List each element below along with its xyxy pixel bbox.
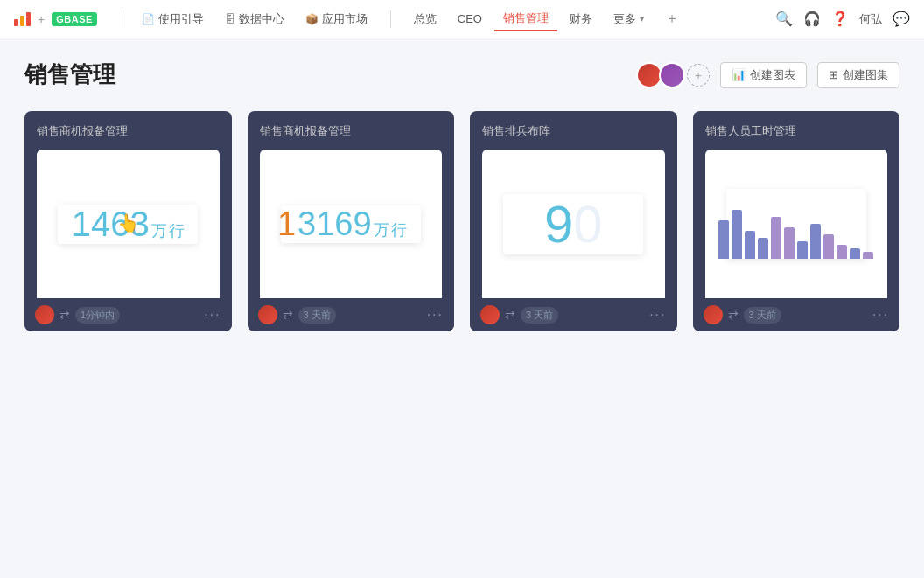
bar [745, 231, 755, 259]
nav-item-label: 总览 [414, 11, 437, 27]
page-header-right: + 📊 创建图表 ⊞ 创建图集 [636, 62, 900, 88]
card-preview: 1 3169 万 行 [260, 150, 443, 298]
card-title: 销售商机报备管理 [37, 123, 220, 139]
share-icon[interactable]: ⇄ [283, 308, 293, 322]
card-avatar [258, 305, 277, 324]
logo[interactable]: + GBASE [14, 12, 97, 26]
footer-left: ⇄ 3 天前 [704, 305, 781, 324]
footer-left: ⇄ 1分钟内 [35, 305, 120, 324]
footer-left: ⇄ 3 天前 [480, 305, 558, 324]
more-options-button[interactable]: ··· [649, 307, 666, 323]
footer-left: ⇄ 3 天前 [258, 305, 336, 324]
bar [823, 234, 834, 259]
card-preview-main: 1463 万 行 👆 [58, 205, 198, 244]
bar [732, 210, 742, 259]
partial-number: 0 [573, 194, 602, 254]
db-icon: 🗄 [225, 13, 235, 25]
nav-item-add[interactable]: ＋ [656, 6, 688, 31]
create-chart-button[interactable]: 📊 创建图表 [720, 62, 807, 88]
card-sales-vendor-mgmt-2[interactable]: 销售商机报备管理 1 3169 万 行 ⇄ [248, 111, 455, 331]
big-number: 9 [544, 194, 573, 254]
avatar-group: + [636, 62, 710, 88]
card-avatar [704, 305, 723, 324]
footer-time: 3 天前 [298, 307, 336, 324]
card-footer: ⇄ 3 天前 ··· [248, 298, 455, 331]
more-options-button[interactable]: ··· [872, 307, 889, 323]
logo-plus: + [38, 12, 45, 26]
share-icon[interactable]: ⇄ [505, 308, 515, 322]
card-sales-hours-mgmt[interactable]: 销售人员工时管理 ⇄ 3 天前 ··· [693, 111, 900, 331]
number-suffix: 行 [391, 219, 407, 240]
navbar: + GBASE 📄 使用引导 🗄 数据中心 📦 应用市场 总览 CEO 销售管理… [0, 0, 924, 38]
more-options-button[interactable]: ··· [427, 307, 444, 323]
bar [836, 245, 847, 259]
card-avatar [480, 305, 500, 324]
page-content: 销售管理 + 📊 创建图表 ⊞ 创建图集 销售商机报备管理 [0, 38, 924, 352]
doc-icon: 📄 [142, 13, 155, 25]
footer-time: 1分钟内 [75, 307, 120, 324]
message-icon[interactable]: 💬 [892, 10, 910, 27]
search-icon[interactable]: 🔍 [775, 10, 793, 27]
card-preview: 1463 万 行 👆 [37, 150, 220, 298]
bar [863, 252, 873, 259]
nav-item-overview[interactable]: 总览 [405, 8, 445, 31]
bar-chart-icon: 📊 [732, 68, 746, 81]
help-icon[interactable]: ❓ [831, 10, 849, 27]
footer-time: 3 天前 [744, 307, 781, 324]
card-footer: ⇄ 3 天前 ··· [470, 298, 677, 331]
nav-item-label: 财务 [570, 11, 592, 27]
card-preview-main: 1 3169 万 行 [281, 205, 421, 243]
number-display: 1 3169 万 行 [277, 205, 407, 243]
card-sales-vendor-mgmt-1[interactable]: 销售商机报备管理 1463 万 行 👆 ⇄ [24, 111, 232, 331]
card-sales-arrangement[interactable]: 销售排兵布阵 9 0 ⇄ 3 天前 ··· [470, 111, 677, 331]
number-suffix: 行 [169, 220, 185, 241]
nav-item-label: 数据中心 [239, 11, 284, 27]
card-preview-main [726, 189, 866, 259]
card-title: 销售人员工时管理 [705, 123, 888, 139]
card-footer: ⇄ 3 天前 ··· [693, 298, 900, 331]
card-inner: 销售排兵布阵 9 0 [470, 111, 677, 298]
nav-item-sales-mgmt[interactable]: 销售管理 [494, 7, 557, 31]
footer-time: 3 天前 [521, 307, 558, 324]
card-footer: ⇄ 1分钟内 ··· [24, 298, 232, 331]
card-avatar [35, 305, 54, 324]
nav-item-app-market[interactable]: 📦 应用市场 [297, 8, 376, 31]
share-icon[interactable]: ⇄ [728, 308, 738, 322]
number-display: 9 0 [544, 194, 603, 254]
create-collection-button[interactable]: ⊞ 创建图集 [817, 62, 900, 88]
card-inner: 销售人员工时管理 [693, 111, 900, 298]
card-inner: 销售商机报备管理 1463 万 行 👆 [24, 111, 232, 298]
nav-item-finance[interactable]: 财务 [561, 8, 601, 31]
number-unit: 万 [151, 220, 167, 241]
bar [758, 238, 768, 259]
username[interactable]: 何弘 [859, 11, 882, 27]
nav-item-label: CEO [458, 12, 482, 25]
page-header: 销售管理 + 📊 创建图表 ⊞ 创建图集 [24, 59, 900, 90]
bar [718, 220, 729, 259]
more-options-button[interactable]: ··· [204, 307, 220, 323]
bar [797, 241, 808, 259]
big-number-part1: 1 [277, 205, 296, 243]
plus-icon: ＋ [665, 10, 679, 28]
avatar-2 [659, 62, 685, 88]
share-icon[interactable]: ⇄ [60, 308, 70, 322]
nav-item-label: 使用引导 [158, 11, 204, 27]
nav-item-more[interactable]: 更多 ▾ [605, 8, 653, 31]
card-inner: 销售商机报备管理 1 3169 万 行 [248, 111, 455, 298]
bar [784, 227, 794, 259]
nav-item-data-center[interactable]: 🗄 数据中心 [216, 8, 293, 31]
bar [810, 224, 821, 259]
nav-item-guide[interactable]: 📄 使用引导 [133, 8, 213, 31]
headset-icon[interactable]: 🎧 [803, 10, 821, 27]
nav-item-ceo[interactable]: CEO [449, 9, 491, 29]
grid-icon: ⊞ [829, 68, 838, 81]
add-member-button[interactable]: + [687, 64, 710, 87]
cards-grid: 销售商机报备管理 1463 万 行 👆 ⇄ [24, 111, 900, 331]
navbar-menu: 📄 使用引导 🗄 数据中心 📦 应用市场 总览 CEO 销售管理 财务 更多 ▾ [133, 6, 768, 31]
logo-bar-icon [14, 12, 31, 26]
cursor-icon: 👆 [117, 212, 139, 233]
nav-item-label: 更多 [613, 11, 636, 27]
navbar-icons: 🔍 🎧 ❓ 何弘 💬 [775, 10, 910, 27]
nav-divider [122, 10, 122, 28]
card-preview: 9 0 [482, 150, 665, 298]
